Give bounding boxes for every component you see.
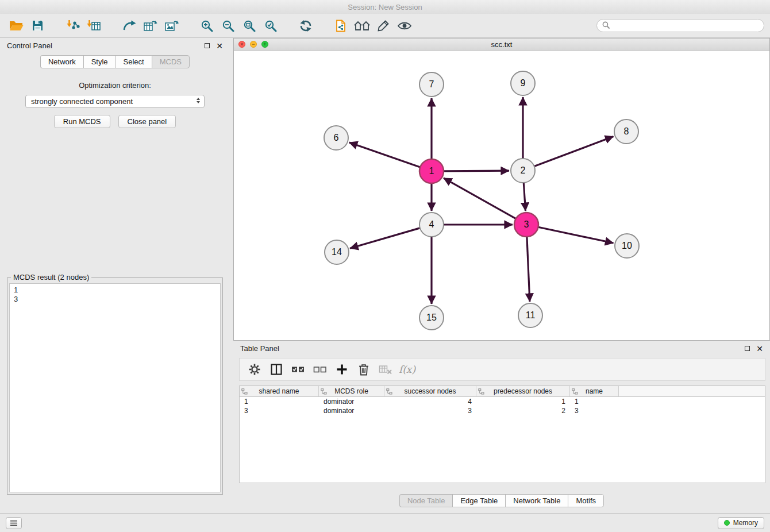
export-table-icon[interactable] bbox=[140, 17, 161, 35]
close-table-panel-icon[interactable]: ✕ bbox=[756, 345, 763, 353]
search-box[interactable] bbox=[596, 19, 764, 32]
main-toolbar bbox=[0, 14, 770, 38]
column-header-shared-name[interactable]: shared name bbox=[240, 386, 319, 397]
cell-predecessor-nodes: 2 bbox=[476, 407, 570, 415]
zoom-window-icon[interactable]: + bbox=[261, 41, 268, 48]
import-network-icon[interactable] bbox=[62, 17, 83, 35]
graph-edge-2-8[interactable] bbox=[534, 137, 614, 167]
close-window-icon[interactable]: × bbox=[238, 41, 245, 48]
network-canvas[interactable]: 7968124314101511 bbox=[234, 51, 769, 340]
export-image-icon[interactable] bbox=[161, 17, 182, 35]
graph-node-label: 3 bbox=[524, 219, 529, 229]
graph-node-label: 6 bbox=[334, 133, 339, 142]
list-icon bbox=[10, 520, 18, 526]
graph-edge-1-2[interactable] bbox=[444, 171, 509, 171]
graph-node-15[interactable]: 15 bbox=[419, 306, 444, 330]
control-tab-mcds[interactable]: MCDS bbox=[152, 55, 190, 68]
settings-gear-icon[interactable] bbox=[247, 362, 262, 377]
mcds-panel: Optimization criterion: strongly connect… bbox=[0, 68, 230, 513]
eye-icon[interactable] bbox=[394, 17, 415, 35]
graph-edge-2-3[interactable] bbox=[523, 183, 525, 211]
graph-edge-1-6[interactable] bbox=[349, 142, 421, 167]
mcds-result-line: 1 bbox=[14, 286, 216, 295]
table-tab-motifs[interactable]: Motifs bbox=[568, 494, 604, 507]
graph-node-label: 2 bbox=[521, 165, 526, 175]
graph-node-11[interactable]: 11 bbox=[518, 303, 542, 327]
float-table-panel-icon[interactable] bbox=[745, 346, 750, 351]
table-tab-network-table[interactable]: Network Table bbox=[505, 494, 568, 507]
function-builder-icon[interactable]: f(x) bbox=[399, 362, 415, 377]
cell-name: 1 bbox=[570, 398, 619, 406]
optimization-criterion-label: Optimization criterion: bbox=[79, 81, 151, 90]
zoom-out-icon[interactable] bbox=[217, 17, 238, 35]
cell-name: 3 bbox=[570, 407, 619, 415]
table-header-row: shared nameMCDS rolesuccessor nodesprede… bbox=[240, 386, 765, 397]
graph-node-label: 1 bbox=[429, 166, 434, 176]
import-table-icon[interactable] bbox=[83, 17, 105, 35]
network-window-title: scc.txt bbox=[491, 40, 513, 49]
home-icon[interactable] bbox=[351, 17, 372, 35]
graph-node-1[interactable]: 1 bbox=[419, 159, 444, 183]
column-header-filler bbox=[619, 386, 765, 397]
graph-edge-3-11[interactable] bbox=[527, 237, 530, 302]
zoom-in-icon[interactable] bbox=[196, 17, 217, 35]
save-session-icon[interactable] bbox=[27, 17, 48, 35]
graph-edge-3-10[interactable] bbox=[538, 227, 614, 243]
column-header-mcds-role[interactable]: MCDS role bbox=[319, 386, 384, 397]
close-panel-icon[interactable]: ✕ bbox=[216, 42, 223, 50]
graph-node-6[interactable]: 6 bbox=[324, 126, 348, 150]
search-input[interactable] bbox=[613, 21, 759, 30]
graph-node-4[interactable]: 4 bbox=[419, 213, 444, 237]
mcds-result-list[interactable]: 13 bbox=[9, 283, 221, 492]
graph-node-3[interactable]: 3 bbox=[514, 213, 538, 237]
task-history-button[interactable] bbox=[6, 517, 22, 529]
control-tab-select[interactable]: Select bbox=[116, 55, 152, 68]
duplicate-network-icon[interactable] bbox=[330, 17, 351, 35]
minimize-window-icon[interactable]: − bbox=[250, 41, 257, 48]
optimization-criterion-select[interactable]: strongly connected component bbox=[25, 95, 205, 108]
control-tab-style[interactable]: Style bbox=[83, 55, 116, 68]
graph-node-7[interactable]: 7 bbox=[419, 72, 444, 97]
refresh-icon[interactable] bbox=[295, 17, 316, 35]
float-panel-icon[interactable] bbox=[205, 43, 210, 48]
zoom-selected-icon[interactable] bbox=[260, 17, 281, 35]
column-header-name[interactable]: name bbox=[570, 386, 619, 397]
graph-node-label: 8 bbox=[624, 126, 629, 136]
graph-node-8[interactable]: 8 bbox=[614, 119, 638, 144]
graph-edge-3-1[interactable] bbox=[444, 178, 516, 219]
select-all-icon[interactable] bbox=[290, 362, 306, 377]
table-panel-header: Table Panel ✕ bbox=[233, 341, 770, 356]
application-window: Session: New Session Control Panel ✕ Net… bbox=[0, 0, 770, 532]
mcds-result-title: MCDS result (2 nodes) bbox=[11, 273, 91, 282]
network-graph[interactable]: 7968124314101511 bbox=[234, 51, 769, 340]
graph-node-10[interactable]: 10 bbox=[615, 234, 639, 258]
run-mcds-button[interactable]: Run MCDS bbox=[54, 115, 110, 128]
zoom-fit-icon[interactable] bbox=[238, 17, 260, 35]
table-row[interactable]: 3dominator323 bbox=[240, 406, 765, 415]
open-session-icon[interactable] bbox=[6, 17, 27, 35]
add-column-icon[interactable] bbox=[334, 362, 349, 377]
style-brush-icon[interactable] bbox=[372, 17, 394, 35]
table-tab-edge-table[interactable]: Edge Table bbox=[452, 494, 505, 507]
delete-table-icon[interactable] bbox=[378, 362, 393, 377]
export-network-icon[interactable] bbox=[118, 17, 140, 35]
memory-button[interactable]: Memory bbox=[718, 517, 764, 529]
node-table: shared nameMCDS rolesuccessor nodesprede… bbox=[239, 385, 765, 483]
graph-edge-4-14[interactable] bbox=[350, 228, 420, 248]
graph-node-2[interactable]: 2 bbox=[511, 159, 535, 183]
column-header-predecessor-nodes[interactable]: predecessor nodes bbox=[476, 386, 570, 397]
column-header-successor-nodes[interactable]: successor nodes bbox=[384, 386, 476, 397]
search-icon bbox=[602, 21, 610, 30]
column-layout-icon[interactable] bbox=[268, 362, 284, 377]
graph-node-label: 7 bbox=[429, 79, 434, 89]
control-tab-network[interactable]: Network bbox=[40, 55, 83, 68]
mcds-result-line: 3 bbox=[14, 295, 216, 304]
graph-node-9[interactable]: 9 bbox=[511, 71, 535, 95]
deselect-all-icon[interactable] bbox=[312, 362, 328, 377]
table-tab-node-table[interactable]: Node Table bbox=[399, 494, 453, 507]
table-row[interactable]: 1dominator411 bbox=[240, 397, 765, 406]
cell-predecessor-nodes: 1 bbox=[476, 398, 570, 406]
graph-node-14[interactable]: 14 bbox=[325, 240, 349, 264]
trash-icon[interactable] bbox=[356, 362, 371, 377]
close-panel-button[interactable]: Close panel bbox=[118, 115, 176, 128]
